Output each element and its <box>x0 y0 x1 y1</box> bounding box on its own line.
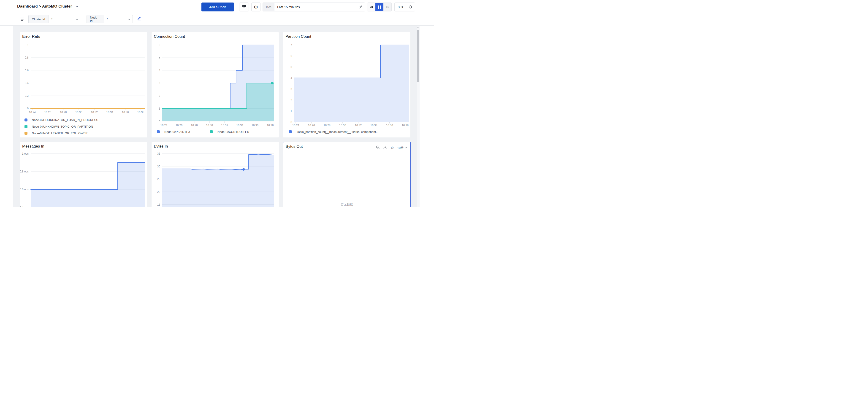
svg-text:0.6: 0.6 <box>25 69 29 72</box>
legend-item-label: Node-0#UNKNOWN_TOPIC_OR_PARTITION <box>32 125 93 128</box>
svg-text:1 ops: 1 ops <box>22 152 29 155</box>
legend-item-label: Node-0#PLAINTEXT <box>164 130 192 134</box>
add-chart-button[interactable]: Add a Chart <box>202 2 234 11</box>
divider <box>406 5 406 9</box>
svg-text:16:34: 16:34 <box>237 124 243 127</box>
download-icon[interactable] <box>383 146 387 150</box>
legend-color-swatch <box>25 125 28 128</box>
slideshow-icon <box>242 4 246 10</box>
svg-text:7: 7 <box>290 43 292 47</box>
panel-settings-gear-icon[interactable]: ⚙ <box>391 146 394 150</box>
svg-text:16:36: 16:36 <box>386 124 393 127</box>
svg-text:15: 15 <box>157 203 160 206</box>
svg-text:16:38: 16:38 <box>267 124 274 127</box>
filter-icon[interactable] <box>20 17 25 22</box>
svg-text:16:36: 16:36 <box>122 111 129 114</box>
svg-text:2: 2 <box>290 99 292 102</box>
playback-controls <box>367 2 392 11</box>
scrollbar-up-arrow[interactable] <box>417 27 419 28</box>
svg-text:2: 2 <box>159 94 160 97</box>
refresh-interval-label: 30s <box>398 5 403 9</box>
pin-icon[interactable] <box>359 5 363 10</box>
panel-messages-in[interactable]: Messages In 1 ops0.8 ops0.6 ops0.4 ops <box>20 142 147 207</box>
error-rate-chart[interactable]: 10.80.60.40.2016:2416:2616:2816:3016:321… <box>20 32 147 137</box>
top-bar: Dashboard > AutoMQ Cluster Add a Chart ⚙… <box>0 0 434 13</box>
svg-text:16:24: 16:24 <box>160 124 167 127</box>
bytes-in-chart[interactable]: 3530252015 <box>152 142 279 207</box>
cluster-id-select[interactable]: * <box>49 15 80 23</box>
svg-text:0: 0 <box>290 120 292 124</box>
svg-text:16:28: 16:28 <box>191 124 198 127</box>
svg-text:16:32: 16:32 <box>221 124 228 127</box>
svg-text:1: 1 <box>290 110 292 113</box>
legend-item[interactable]: Node-0#NOT_LEADER_OR_FOLLOWER <box>25 132 88 135</box>
chevron-down-icon <box>405 147 407 149</box>
scrollbar-thumb[interactable] <box>417 30 419 82</box>
explore-data-icon[interactable] <box>376 145 380 150</box>
legend-item[interactable]: Node-0#PLAINTEXT <box>157 130 192 134</box>
svg-text:25: 25 <box>157 177 160 181</box>
svg-text:4: 4 <box>159 69 160 72</box>
vertical-scrollbar[interactable] <box>416 26 420 207</box>
breadcrumb[interactable]: Dashboard > AutoMQ Cluster <box>17 0 78 13</box>
connection-count-chart[interactable]: 654321016:2416:2616:2816:3016:3216:3416:… <box>152 32 279 137</box>
svg-text:1: 1 <box>159 107 160 110</box>
svg-text:1: 1 <box>27 43 29 47</box>
slideshow-button[interactable] <box>239 2 249 11</box>
legend-item-label: Node-0#NOT_LEADER_OR_FOLLOWER <box>32 132 88 135</box>
settings-button[interactable]: ⚙ <box>251 2 260 11</box>
panel-error-rate[interactable]: Error Rate 10.80.60.40.2016:2416:2616:28… <box>20 32 147 138</box>
messages-in-chart[interactable]: 1 ops0.8 ops0.6 ops0.4 ops <box>20 142 147 207</box>
partition-count-chart[interactable]: 7654321016:2416:2616:2816:3016:3216:3416… <box>283 32 410 137</box>
svg-text:0: 0 <box>27 107 29 110</box>
svg-text:0.6 ops: 0.6 ops <box>20 188 29 191</box>
refresh-icon[interactable] <box>408 5 412 9</box>
cluster-id-label: Cluster Id <box>29 15 49 23</box>
time-range-badge: 15m <box>263 3 275 11</box>
no-data-message: 暂无数据 <box>283 202 410 207</box>
fast-forward-button[interactable] <box>383 3 392 11</box>
node-id-value: * <box>107 18 108 21</box>
edit-filters-icon[interactable] <box>137 17 142 23</box>
legend-item-label: Node-0#CONTROLLER <box>217 130 249 134</box>
panel-interval-dropdown[interactable]: 10秒 <box>397 146 407 150</box>
svg-text:16:24: 16:24 <box>29 111 36 114</box>
panel-partition-count[interactable]: Partition Count 7654321016:2416:2616:281… <box>283 32 411 138</box>
time-range-picker[interactable]: 15m Last 15 minutes <box>262 2 365 11</box>
legend-item[interactable]: Node-0#COORDINATOR_LOAD_IN_PROGRESS <box>25 118 98 122</box>
node-id-select[interactable]: * <box>104 15 132 23</box>
pause-button[interactable] <box>375 3 383 11</box>
legend-item[interactable]: Node-0#UNKNOWN_TOPIC_OR_PARTITION <box>25 125 93 128</box>
panel-title: Error Rate <box>22 34 40 39</box>
svg-text:3: 3 <box>159 82 160 85</box>
node-id-label: Node Id <box>87 15 104 23</box>
panel-toolbar: ⚙ 10秒 <box>376 145 407 150</box>
svg-text:16:26: 16:26 <box>44 111 51 114</box>
svg-text:16:26: 16:26 <box>176 124 182 127</box>
gear-icon: ⚙ <box>254 4 258 10</box>
dashboard-content: Error Rate 10.80.60.40.2016:2416:2616:28… <box>13 26 420 207</box>
chevron-down-icon[interactable] <box>75 5 78 7</box>
rewind-button[interactable] <box>367 3 375 11</box>
svg-text:16:34: 16:34 <box>106 111 113 114</box>
panel-bytes-in[interactable]: Bytes In 3530252015 <box>151 142 279 207</box>
svg-text:0.8 ops: 0.8 ops <box>20 170 29 173</box>
svg-text:0.8: 0.8 <box>25 56 29 59</box>
panel-title: Partition Count <box>285 34 311 39</box>
chevron-down-icon <box>76 19 78 20</box>
svg-text:16:30: 16:30 <box>206 124 213 127</box>
legend-item[interactable]: kafka_partition_count{__measurement__: k… <box>289 130 378 134</box>
svg-text:4: 4 <box>290 76 292 79</box>
legend-item-label: Node-0#COORDINATOR_LOAD_IN_PROGRESS <box>32 118 98 122</box>
legend-item[interactable]: Node-0#CONTROLLER <box>210 130 249 134</box>
legend-color-swatch <box>25 132 28 135</box>
panel-bytes-out[interactable]: Bytes Out ⚙ 10秒 <box>283 142 411 207</box>
svg-text:16:38: 16:38 <box>402 124 409 127</box>
breadcrumb-label: Dashboard > AutoMQ Cluster <box>17 4 72 9</box>
panel-title: Connection Count <box>154 34 185 39</box>
svg-text:30: 30 <box>157 165 160 168</box>
legend-color-swatch <box>25 118 28 122</box>
panel-connection-count[interactable]: Connection Count 654321016:2416:2616:281… <box>151 32 279 138</box>
svg-text:16:30: 16:30 <box>75 111 82 114</box>
refresh-interval-control[interactable]: 30s <box>394 2 415 11</box>
